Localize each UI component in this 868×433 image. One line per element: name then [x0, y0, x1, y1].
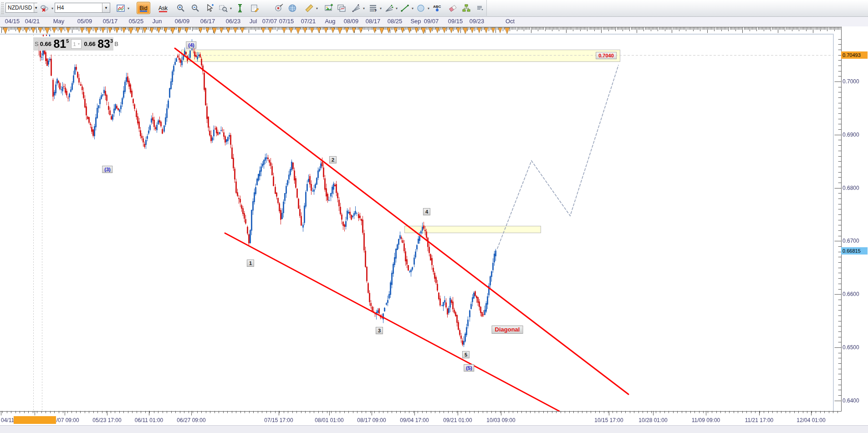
price-alert-marker[interactable]: 0.70493 — [841, 51, 868, 59]
time-axis-label: Oct — [505, 18, 515, 25]
wave-label[interactable]: 2 — [329, 156, 337, 163]
chevron-down-icon[interactable]: ▾ — [394, 6, 399, 11]
status-strip — [0, 425, 868, 433]
timeframe-combo[interactable]: H4 ▼ — [55, 3, 110, 13]
chevron-down-icon[interactable]: ▾ — [126, 6, 131, 11]
wave-label[interactable]: 4 — [423, 208, 430, 215]
chevron-down-icon[interactable]: ▾ — [410, 6, 415, 11]
zoom-out-icon[interactable] — [190, 2, 201, 14]
text-abc-icon[interactable]: ABC — [432, 2, 443, 14]
sell-price-big[interactable]: 81 — [53, 38, 66, 50]
measure-vertical-icon[interactable] — [235, 2, 245, 14]
svg-text:F: F — [375, 9, 377, 12]
ask-button[interactable]: Ask — [156, 2, 170, 14]
time-axis-label: May — [53, 18, 65, 25]
bottom-time-label: 11/21 17:00 — [745, 417, 774, 423]
timeframe-label: H4 — [55, 5, 102, 11]
time-axis-label: 05/17 — [103, 18, 118, 25]
bottom-time-label: 09/04 17:00 — [400, 417, 429, 423]
wave-label[interactable]: (5) — [464, 364, 474, 372]
time-axis-label: 08/25 — [388, 18, 403, 25]
buy-price-pip: 3 — [110, 38, 113, 44]
buy-price-small: 0.66 — [84, 41, 95, 47]
zoom-in-icon[interactable] — [175, 2, 186, 14]
chevron-down-icon[interactable]: ▾ — [426, 6, 431, 11]
time-axis-label: 05/25 — [129, 18, 144, 25]
time-axis-label: 05/09 — [77, 18, 92, 25]
chevron-down-icon[interactable]: ▾ — [315, 6, 319, 11]
link-broken-icon[interactable] — [39, 2, 50, 14]
bottom-time-label: 07/15 17:00 — [264, 417, 293, 423]
bottom-time-label: 05/23 17:00 — [92, 417, 121, 423]
toolbar-grip[interactable] — [1, 2, 4, 14]
chevron-down-icon[interactable]: ▾ — [362, 6, 366, 11]
time-axis-label: 07/07 — [262, 18, 277, 25]
diagonal-label[interactable]: Diagonal — [492, 326, 523, 334]
eraser-icon[interactable] — [447, 2, 458, 14]
time-axis-label: 06/09 — [175, 18, 190, 25]
time-axis-label: Jun — [153, 18, 162, 25]
cursor-add-icon[interactable] — [204, 2, 215, 14]
time-axis-label: 06/23 — [226, 18, 241, 25]
chart-snapshot-icon[interactable] — [336, 2, 347, 14]
note-edit-icon[interactable] — [249, 2, 260, 14]
bottom-time-label: 09/21 01:00 — [443, 417, 472, 423]
chevron-down-icon[interactable]: ▼ — [34, 3, 38, 12]
chart-type-icon[interactable] — [115, 2, 126, 14]
zone-price-label[interactable]: 0.7040 — [596, 52, 617, 59]
image-add-icon[interactable] — [323, 2, 334, 14]
instrument-combo[interactable]: NZD/USD ▼ — [5, 3, 37, 13]
time-axis-label: Aug — [325, 18, 335, 25]
buy-label: B — [113, 41, 120, 47]
wave-label[interactable]: (3) — [102, 166, 112, 173]
time-axis-label: 09/15 — [448, 18, 463, 25]
wave-label[interactable]: 1 — [247, 260, 254, 267]
bottom-time-label: 06/27 09:00 — [177, 417, 205, 423]
time-axis-label: 04/15 — [5, 18, 20, 25]
buy-price-big[interactable]: 83 — [97, 38, 110, 50]
ruler-icon[interactable] — [304, 2, 315, 14]
bottom-time-label: 08/01 01:00 — [315, 417, 343, 423]
trend-fan-icon[interactable] — [383, 2, 394, 14]
chevron-down-icon[interactable]: ▼ — [102, 3, 110, 12]
bottom-time-label: 10/28 01:00 — [638, 417, 667, 423]
toolbar-panel: NZD/USD ▼ H4 ▼ Bid Ask ▾▾▾▾▾F▾▾▾▾ABC — [0, 0, 487, 16]
zoom-box-icon[interactable] — [218, 2, 229, 14]
wave-label[interactable]: (4) — [186, 41, 196, 49]
bottom-time-label: 06/11 01:00 — [135, 417, 163, 423]
bid-button[interactable]: Bid — [137, 2, 150, 14]
time-axis-label: Sep — [410, 18, 421, 25]
structure-icon[interactable] — [461, 2, 472, 14]
time-axis-label: 08/09 — [344, 18, 359, 25]
time-axis-label: 09/23 — [470, 18, 485, 25]
amount-value: 1 — [71, 41, 76, 47]
chevron-down-icon[interactable]: ▾ — [50, 6, 55, 11]
ellipse-icon[interactable] — [415, 2, 426, 14]
fib-levels-icon[interactable]: F — [368, 2, 378, 14]
time-axis-label: 06/17 — [200, 18, 215, 25]
bottom-time-label: 12/04 01:00 — [797, 417, 825, 423]
price-chart-canvas[interactable] — [0, 0, 868, 433]
toolbar: NZD/USD ▼ H4 ▼ Bid Ask ▾▾▾▾▾F▾▾▾▾ABC — [0, 0, 868, 17]
price-axis-label: 0.6900 — [842, 132, 859, 138]
fib-fan-icon[interactable] — [351, 2, 362, 14]
more-lines-icon[interactable] — [475, 2, 485, 14]
chevron-down-icon[interactable]: ▼ — [76, 42, 82, 46]
chevron-down-icon[interactable]: ▾ — [229, 6, 233, 11]
quote-panel: S 0.66 815 1 ▼ 0.66 833 B — [33, 37, 113, 51]
time-axis-label: Jul — [250, 18, 257, 25]
wave-label[interactable]: 5 — [462, 351, 470, 358]
price-axis-label: 0.6400 — [842, 397, 859, 404]
ask-underline — [159, 11, 167, 12]
bottom-time-label: 08/17 09:00 — [357, 417, 386, 423]
sell-label: S — [33, 41, 40, 47]
time-axis-label: 07/21 — [301, 18, 316, 25]
trendline-icon[interactable] — [399, 2, 410, 14]
chevron-down-icon[interactable]: ▾ — [378, 6, 383, 11]
price-axis-label: 0.6600 — [842, 291, 859, 297]
globe-icon[interactable] — [287, 2, 298, 14]
wave-label[interactable]: 3 — [376, 327, 383, 334]
price-axis-label: 0.6500 — [842, 344, 859, 351]
target-order-icon[interactable] — [273, 2, 284, 14]
amount-input[interactable]: 1 ▼ — [71, 39, 82, 49]
